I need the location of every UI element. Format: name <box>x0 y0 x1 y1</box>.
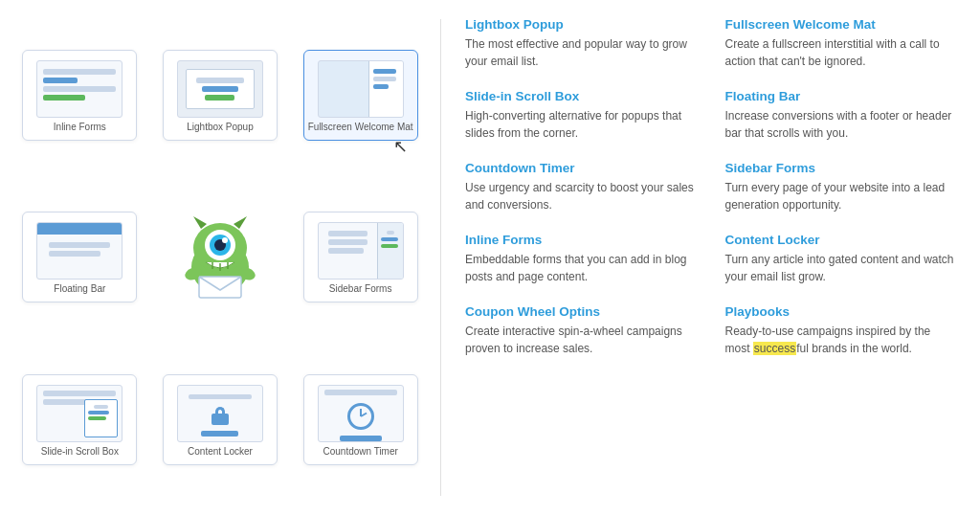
cursor-arrow-icon: ↖ <box>393 136 408 157</box>
card-fullscreen-welcome-mat[interactable]: Fullscreen Welcome Mat ↖ <box>303 50 418 141</box>
feature-coupon-wheel-optins: Coupon Wheel Optins Create interactive s… <box>465 304 697 357</box>
feature-desc-fullscreen-welcome-mat: Create a fullscreen interstitial with a … <box>725 35 957 70</box>
highlight-success: success <box>753 342 796 355</box>
feature-title-fullscreen-welcome-mat[interactable]: Fullscreen Welcome Mat <box>725 17 957 32</box>
preview-countdown-timer <box>318 385 404 442</box>
card-sidebar-forms[interactable]: Sidebar Forms <box>303 212 418 302</box>
feature-title-coupon-wheel-optins[interactable]: Coupon Wheel Optins <box>465 304 697 319</box>
feature-desc-lightbox-popup: The most effective and popular way to gr… <box>465 35 697 70</box>
feature-desc-inline-forms: Embeddable forms that you can add in blo… <box>465 251 697 285</box>
svg-marker-7 <box>234 216 247 229</box>
card-inline-forms[interactable]: Inline Forms <box>22 50 137 141</box>
card-label-fullscreen-welcome-mat: Fullscreen Welcome Mat <box>308 122 413 132</box>
preview-fullscreen-welcome-mat <box>318 60 404 118</box>
card-label-slide-in-scroll-box: Slide-in Scroll Box <box>41 446 119 457</box>
preview-lightbox-popup <box>177 60 263 118</box>
feature-desc-coupon-wheel-optins: Create interactive spin-a-wheel campaign… <box>465 323 697 357</box>
right-panel: Lightbox Popup The most effective and po… <box>441 0 980 515</box>
card-label-lightbox-popup: Lightbox Popup <box>187 122 254 132</box>
feature-title-lightbox-popup[interactable]: Lightbox Popup <box>465 17 697 32</box>
card-countdown-timer[interactable]: Countdown Timer <box>303 374 418 465</box>
feature-lightbox-popup: Lightbox Popup The most effective and po… <box>465 17 697 70</box>
feature-title-slide-in-scroll-box[interactable]: Slide-in Scroll Box <box>465 89 697 103</box>
feature-fullscreen-welcome-mat: Fullscreen Welcome Mat Create a fullscre… <box>725 17 957 70</box>
preview-content-locker <box>177 385 263 442</box>
svg-point-5 <box>222 237 228 243</box>
monster-character <box>163 212 278 302</box>
monster-svg <box>172 214 268 301</box>
feature-playbooks: Playbooks Ready-to-use campaigns inspire… <box>725 304 957 357</box>
feature-countdown-timer: Countdown Timer Use urgency and scarcity… <box>465 161 697 213</box>
feature-desc-countdown-timer: Use urgency and scarcity to boost your s… <box>465 179 697 213</box>
feature-desc-floating-bar: Increase conversions with a footer or he… <box>725 107 957 142</box>
card-content-locker[interactable]: Content Locker <box>163 374 278 465</box>
card-label-sidebar-forms: Sidebar Forms <box>329 283 392 294</box>
feature-title-sidebar-forms[interactable]: Sidebar Forms <box>725 161 957 175</box>
feature-title-inline-forms[interactable]: Inline Forms <box>465 233 697 247</box>
feature-title-content-locker[interactable]: Content Locker <box>725 233 957 247</box>
feature-title-floating-bar[interactable]: Floating Bar <box>725 89 957 103</box>
feature-desc-sidebar-forms: Turn every page of your website into a l… <box>725 179 957 213</box>
card-lightbox-popup[interactable]: Lightbox Popup <box>163 50 278 141</box>
left-panel: Inline Forms Lightbox Popup Fullscreen W… <box>0 0 440 515</box>
svg-marker-6 <box>193 216 207 229</box>
feature-desc-content-locker: Turn any article into gated content and … <box>725 251 957 285</box>
feature-desc-playbooks: Ready-to-use campaigns inspired by the m… <box>725 323 957 357</box>
feature-floating-bar: Floating Bar Increase conversions with a… <box>725 89 957 142</box>
preview-floating-bar <box>36 222 122 280</box>
card-floating-bar[interactable]: Floating Bar <box>22 212 137 302</box>
preview-slide-in-scroll-box <box>36 385 122 442</box>
feature-title-playbooks[interactable]: Playbooks <box>725 304 957 319</box>
feature-title-countdown-timer[interactable]: Countdown Timer <box>465 161 697 175</box>
card-label-floating-bar: Floating Bar <box>54 283 105 294</box>
preview-sidebar-forms <box>318 222 404 280</box>
card-label-inline-forms: Inline Forms <box>54 122 106 132</box>
feature-desc-slide-in-scroll-box: High-converting alternative for popups t… <box>465 107 697 142</box>
feature-inline-forms: Inline Forms Embeddable forms that you c… <box>465 233 697 285</box>
card-label-countdown-timer: Countdown Timer <box>323 446 397 457</box>
feature-sidebar-forms: Sidebar Forms Turn every page of your we… <box>725 161 957 213</box>
card-slide-in-scroll-box[interactable]: Slide-in Scroll Box <box>22 374 137 465</box>
card-label-content-locker: Content Locker <box>188 446 253 457</box>
svg-rect-13 <box>199 277 241 298</box>
feature-content-locker: Content Locker Turn any article into gat… <box>725 233 957 285</box>
feature-slide-in-scroll-box: Slide-in Scroll Box High-converting alte… <box>465 89 697 142</box>
preview-inline-forms <box>36 60 122 118</box>
